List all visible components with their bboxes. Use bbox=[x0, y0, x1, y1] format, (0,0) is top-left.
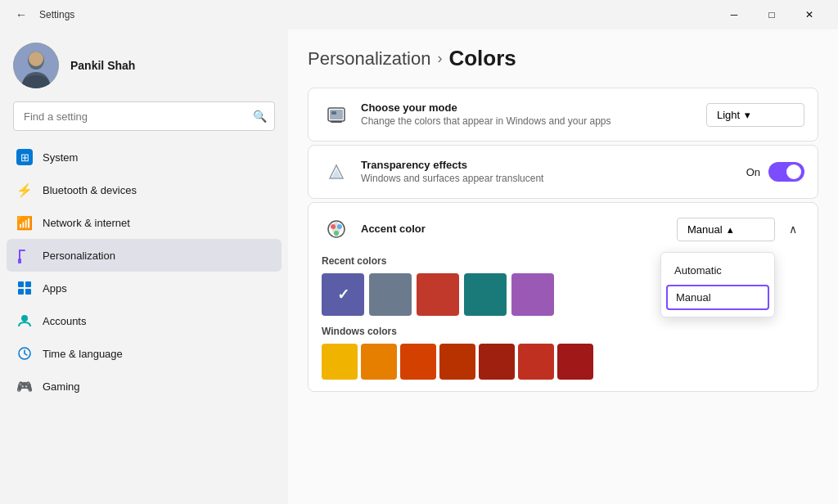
apps-icon bbox=[16, 280, 33, 296]
sidebar-item-system[interactable]: ⊞ System bbox=[7, 141, 282, 173]
svg-point-3 bbox=[29, 52, 43, 66]
accent-option-automatic[interactable]: Automatic bbox=[661, 258, 774, 283]
app-title: Settings bbox=[39, 9, 74, 20]
mode-title: Choose your mode bbox=[361, 101, 706, 114]
sidebar-item-system-label: System bbox=[43, 151, 78, 164]
mode-dropdown-chevron: ▾ bbox=[745, 109, 750, 121]
svg-rect-12 bbox=[331, 121, 342, 123]
sidebar-item-apps[interactable]: Apps bbox=[7, 272, 282, 304]
sidebar: Pankil Shah 🔍 ⊞ System ⚡ Bluetooth & dev… bbox=[0, 29, 288, 504]
gaming-icon: 🎮 bbox=[16, 378, 33, 394]
window-controls: ─ □ ✕ bbox=[715, 2, 828, 28]
accent-dropdown-popup: Automatic Manual bbox=[660, 252, 775, 317]
svg-rect-7 bbox=[18, 289, 24, 295]
mode-card: Choose your mode Change the colors that … bbox=[308, 88, 818, 142]
accent-dropdown-value: Manual bbox=[687, 223, 723, 236]
windows-colors-label: Windows colors bbox=[322, 326, 804, 337]
recent-swatch-0[interactable] bbox=[322, 273, 364, 316]
breadcrumb-current: Colors bbox=[448, 46, 516, 71]
sidebar-item-bluetooth-label: Bluetooth & devices bbox=[43, 184, 137, 196]
breadcrumb: Personalization › Colors bbox=[308, 46, 818, 71]
transparency-row: Transparency effects Windows and surface… bbox=[309, 146, 818, 198]
accent-icon bbox=[322, 214, 351, 244]
windows-swatch-5[interactable] bbox=[518, 344, 554, 380]
sidebar-item-personalization[interactable]: Personalization bbox=[7, 239, 282, 272]
transparency-desc: Windows and surfaces appear translucent bbox=[361, 173, 746, 186]
sidebar-item-accounts[interactable]: Accounts bbox=[7, 304, 282, 337]
transparency-card: Transparency effects Windows and surface… bbox=[308, 145, 818, 199]
personalization-icon bbox=[16, 247, 33, 263]
transparency-control: On bbox=[746, 162, 804, 182]
sidebar-item-network[interactable]: 📶 Network & internet bbox=[7, 206, 282, 239]
title-bar: ← Settings ─ □ ✕ bbox=[0, 0, 838, 29]
transparency-info: Transparency effects Windows and surface… bbox=[361, 159, 746, 186]
sidebar-item-bluetooth[interactable]: ⚡ Bluetooth & devices bbox=[7, 173, 282, 206]
app-body: Pankil Shah 🔍 ⊞ System ⚡ Bluetooth & dev… bbox=[0, 29, 838, 504]
accent-dropdown-chevron: ▴ bbox=[728, 223, 733, 236]
windows-swatch-2[interactable] bbox=[400, 344, 436, 380]
svg-point-18 bbox=[334, 231, 339, 236]
svg-rect-13 bbox=[330, 110, 343, 119]
back-icon: ← bbox=[16, 8, 27, 21]
search-icon: 🔍 bbox=[253, 110, 267, 123]
bluetooth-icon: ⚡ bbox=[16, 182, 33, 198]
minimize-icon: ─ bbox=[731, 9, 738, 20]
recent-swatch-1[interactable] bbox=[369, 273, 412, 316]
windows-swatch-3[interactable] bbox=[439, 344, 475, 380]
windows-swatch-0[interactable] bbox=[322, 344, 358, 380]
accent-row: Accent color Manual ▴ Automatic Manual ∧ bbox=[309, 203, 818, 255]
network-icon: 📶 bbox=[16, 214, 33, 231]
accent-title: Accent color bbox=[361, 223, 677, 235]
svg-point-17 bbox=[337, 224, 342, 229]
recent-swatch-4[interactable] bbox=[511, 273, 554, 316]
system-icon: ⊞ bbox=[16, 149, 33, 165]
close-icon: ✕ bbox=[805, 9, 813, 20]
mode-desc: Change the colors that appear in Windows… bbox=[361, 115, 706, 128]
toggle-knob bbox=[786, 164, 801, 179]
sidebar-item-gaming-label: Gaming bbox=[43, 380, 80, 393]
breadcrumb-separator: › bbox=[437, 50, 442, 67]
accent-option-manual[interactable]: Manual bbox=[666, 285, 769, 310]
mode-info: Choose your mode Change the colors that … bbox=[361, 101, 706, 128]
transparency-toggle[interactable] bbox=[768, 162, 804, 182]
user-name: Pankil Shah bbox=[70, 59, 135, 72]
avatar bbox=[13, 43, 59, 88]
search-input[interactable] bbox=[13, 101, 275, 131]
recent-swatch-2[interactable] bbox=[417, 273, 459, 316]
sidebar-item-network-label: Network & internet bbox=[43, 217, 130, 229]
windows-colors-grid bbox=[322, 344, 804, 380]
maximize-button[interactable]: □ bbox=[753, 2, 791, 28]
sidebar-item-time-label: Time & language bbox=[43, 348, 123, 360]
sidebar-item-personalization-label: Personalization bbox=[43, 250, 115, 262]
mode-control: Light ▾ bbox=[706, 103, 804, 127]
transparency-title: Transparency effects bbox=[361, 159, 746, 171]
mode-dropdown[interactable]: Light ▾ bbox=[706, 103, 804, 127]
accent-chevron[interactable]: ∧ bbox=[782, 218, 804, 241]
maximize-icon: □ bbox=[768, 9, 774, 20]
accent-control: Manual ▴ Automatic Manual bbox=[677, 218, 775, 241]
transparency-icon bbox=[322, 157, 351, 187]
back-button[interactable]: ← bbox=[10, 3, 33, 26]
mode-row: Choose your mode Change the colors that … bbox=[309, 88, 818, 141]
user-profile[interactable]: Pankil Shah bbox=[0, 29, 288, 101]
mode-icon bbox=[322, 100, 351, 129]
windows-swatch-4[interactable] bbox=[479, 344, 515, 380]
sidebar-item-time[interactable]: Time & language bbox=[7, 337, 282, 370]
sidebar-item-apps-label: Apps bbox=[43, 282, 67, 295]
time-icon bbox=[16, 345, 33, 362]
mode-dropdown-value: Light bbox=[717, 109, 740, 121]
sidebar-item-gaming[interactable]: 🎮 Gaming bbox=[7, 370, 282, 403]
recent-swatch-3[interactable] bbox=[464, 273, 507, 316]
content-area: Personalization › Colors Choose your mod… bbox=[288, 29, 838, 504]
title-bar-left: ← Settings bbox=[10, 3, 715, 26]
windows-swatch-6[interactable] bbox=[557, 344, 593, 380]
nav-items: ⊞ System ⚡ Bluetooth & devices 📶 Network… bbox=[0, 141, 288, 403]
svg-point-9 bbox=[21, 315, 28, 322]
toggle-label: On bbox=[746, 166, 760, 178]
windows-swatch-1[interactable] bbox=[361, 344, 397, 380]
search-box: 🔍 bbox=[13, 101, 275, 131]
minimize-button[interactable]: ─ bbox=[715, 2, 753, 28]
accent-dropdown[interactable]: Manual ▴ bbox=[677, 218, 775, 241]
close-button[interactable]: ✕ bbox=[791, 2, 828, 28]
accounts-icon bbox=[16, 313, 33, 329]
